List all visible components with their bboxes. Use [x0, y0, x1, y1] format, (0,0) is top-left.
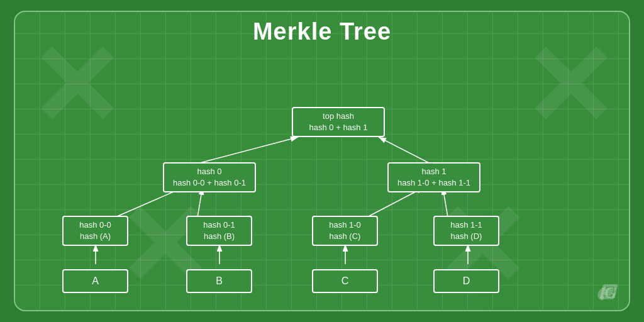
svg-line-10 — [379, 137, 430, 164]
node-hash11: hash 1-1 hash (D) — [433, 216, 499, 246]
page-title: Merkle Tree — [253, 18, 391, 45]
node-hash00: hash 0-0 hash (A) — [62, 216, 128, 246]
node-leaf-b: B — [186, 269, 252, 293]
node-hash0: hash 0 hash 0-0 + hash 0-1 — [163, 162, 256, 192]
svg-line-9 — [197, 137, 298, 164]
main-card: ✕ ✕ ✕ ✕ Merkle Tree — [14, 11, 630, 311]
node-hash01: hash 0-1 hash (B) — [186, 216, 252, 246]
node-leaf-a: A — [62, 269, 128, 293]
node-leaf-c: C — [312, 269, 378, 293]
tree-arrows — [28, 50, 616, 304]
merkle-tree-diagram: top hash hash 0 + hash 1 hash 0 hash 0-0… — [28, 50, 616, 304]
node-hash1: hash 1 hash 1-0 + hash 1-1 — [387, 162, 480, 192]
node-leaf-d: D — [433, 269, 499, 293]
node-hash10: hash 1-0 hash (C) — [312, 216, 378, 246]
content-area: Merkle Tree — [15, 12, 629, 310]
node-top-hash: top hash hash 0 + hash 1 — [292, 107, 385, 137]
